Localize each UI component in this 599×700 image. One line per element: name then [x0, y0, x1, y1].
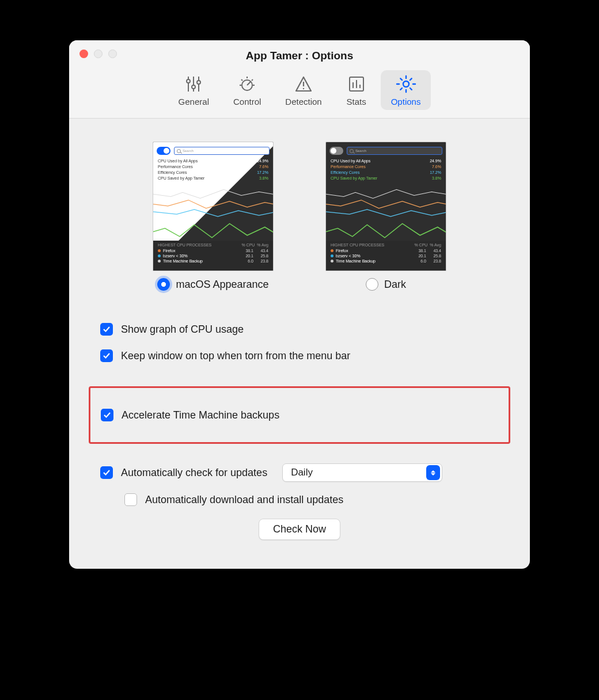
checkrow-auto-check-updates: Automatically check for updates Daily [79, 456, 520, 489]
bar-chart-icon [346, 74, 367, 94]
preview-chart-icon [326, 184, 446, 242]
tab-label: Control [233, 97, 261, 106]
svg-point-5 [197, 81, 200, 84]
checkrow-keep-on-top: Keep window on top when torn from the me… [79, 343, 520, 369]
svg-point-3 [192, 85, 195, 89]
checkbox-label: Automatically check for updates [121, 467, 267, 479]
checkbox-label: Accelerate Time Machine backups [122, 409, 279, 421]
preview-toggle-icon [157, 147, 170, 155]
highlight-annotation: Accelerate Time Machine backups [89, 386, 510, 444]
radio-macos-appearance[interactable] [157, 278, 170, 291]
checkrow-auto-download: Automatically download and install updat… [79, 493, 520, 506]
checkbox-keep-on-top[interactable] [100, 349, 113, 362]
preview-search-icon: Search [347, 147, 442, 155]
close-button[interactable] [79, 50, 88, 58]
sliders-icon [183, 74, 204, 94]
gear-icon [396, 74, 416, 94]
svg-line-9 [241, 79, 242, 81]
checkbox-show-graph[interactable] [100, 323, 113, 336]
checkbox-auto-check-updates[interactable] [100, 466, 113, 479]
preview-chart-icon [153, 184, 274, 242]
dropdown-value: Daily [291, 467, 313, 478]
dropdown-arrows-icon [426, 465, 440, 480]
radio-label: macOS Appearance [176, 279, 268, 291]
checkbox-accelerate-tm[interactable] [101, 409, 113, 421]
svg-point-14 [303, 88, 304, 89]
minimize-button[interactable] [94, 50, 103, 58]
theme-preview-light: Search CPU Used by All Apps24.9% Perform… [153, 142, 274, 271]
dial-icon [237, 74, 257, 94]
theme-option-macos[interactable]: Search CPU Used by All Apps24.9% Perform… [153, 142, 274, 291]
preferences-window: App Tamer : Options General [69, 40, 530, 569]
preview-search-icon: Search [174, 147, 270, 155]
theme-preview-dark: Search CPU Used by All Apps24.9% Perform… [325, 142, 446, 271]
tab-stats[interactable]: Stats [336, 70, 377, 110]
radio-label: Dark [384, 279, 406, 291]
svg-point-1 [187, 79, 190, 83]
svg-point-19 [403, 81, 409, 87]
tab-label: General [179, 97, 209, 106]
preview-toggle-icon [329, 147, 343, 155]
tab-control[interactable]: Control [223, 70, 271, 110]
update-frequency-dropdown[interactable]: Daily [282, 463, 442, 482]
checkbox-label: Keep window on top when torn from the me… [121, 350, 350, 362]
tab-detection[interactable]: Detection [275, 70, 332, 110]
toolbar: General Control [79, 70, 520, 118]
tab-options[interactable]: Options [381, 70, 431, 110]
tab-label: Detection [285, 97, 321, 106]
titlebar: App Tamer : Options General [69, 40, 530, 119]
svg-line-7 [247, 82, 251, 85]
radio-dark[interactable] [366, 278, 378, 291]
checkrow-show-graph: Show graph of CPU usage [79, 316, 520, 343]
tab-general[interactable]: General [168, 70, 219, 110]
checkbox-auto-download[interactable] [124, 493, 137, 506]
checkrow-accelerate-tm: Accelerate Time Machine backups [90, 402, 509, 428]
checkbox-label: Automatically download and install updat… [145, 494, 343, 506]
content-pane: Search CPU Used by All Apps24.9% Perform… [69, 119, 530, 569]
theme-option-dark[interactable]: Search CPU Used by All Apps24.9% Perform… [325, 142, 446, 291]
warning-icon [293, 74, 314, 94]
check-now-button[interactable]: Check Now [259, 519, 340, 540]
svg-line-10 [252, 79, 253, 81]
tab-label: Options [391, 97, 421, 106]
zoom-button[interactable] [108, 50, 117, 58]
tab-label: Stats [347, 97, 366, 106]
window-title: App Tamer : Options [79, 50, 520, 70]
theme-selector: Search CPU Used by All Apps24.9% Perform… [79, 142, 520, 291]
checkbox-label: Show graph of CPU usage [121, 324, 244, 336]
